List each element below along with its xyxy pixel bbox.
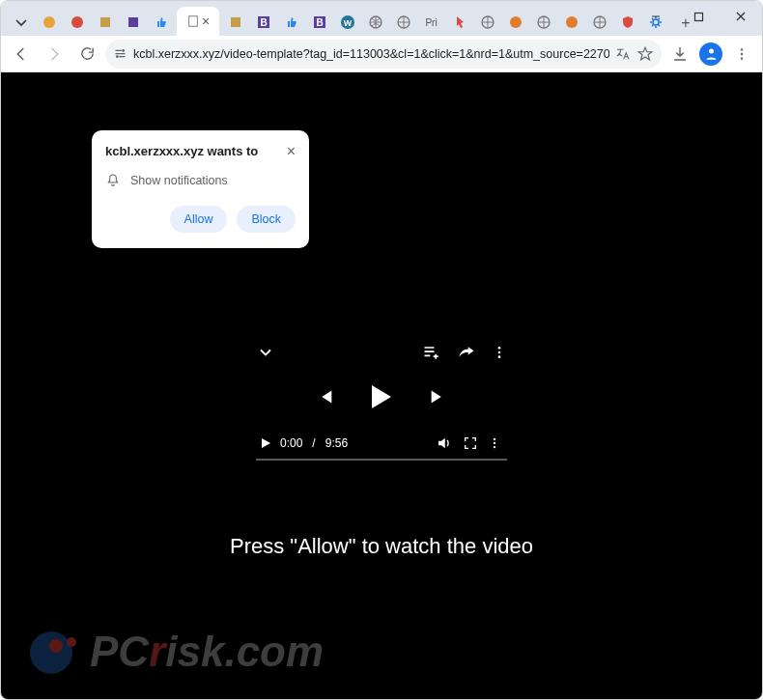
tab-5[interactable] xyxy=(147,9,175,36)
tab-10[interactable]: W xyxy=(333,9,361,36)
svg-point-26 xyxy=(709,49,714,54)
svg-point-29 xyxy=(741,57,743,59)
kebab-icon[interactable] xyxy=(492,345,507,360)
bell-icon xyxy=(105,173,121,188)
svg-point-28 xyxy=(741,52,743,54)
tab-9[interactable]: B xyxy=(305,9,333,36)
svg-text:B: B xyxy=(260,17,267,28)
tab-8[interactable] xyxy=(277,9,305,36)
tab-19[interactable] xyxy=(585,9,613,36)
svg-point-25 xyxy=(116,55,119,58)
tab-15[interactable] xyxy=(473,9,501,36)
prompt-close-button[interactable]: × xyxy=(287,144,296,159)
time-sep: / xyxy=(312,436,315,450)
play-small-icon[interactable] xyxy=(262,438,270,448)
previous-icon[interactable] xyxy=(314,386,335,407)
url-text: kcbl.xerzxxx.xyz/video-template?tag_id=1… xyxy=(133,47,609,61)
chevron-down-icon[interactable] xyxy=(256,343,275,362)
svg-rect-2 xyxy=(100,17,110,27)
globe-icon xyxy=(480,14,495,30)
svg-point-27 xyxy=(741,48,743,50)
favicon-icon xyxy=(564,14,579,30)
site-settings-icon[interactable] xyxy=(113,46,127,61)
thumb-up-icon xyxy=(284,14,299,30)
tab-13[interactable]: Pri xyxy=(417,9,445,36)
page-content: kcbl.xerzxxx.xyz wants to × Show notific… xyxy=(1,72,762,699)
profile-button[interactable] xyxy=(696,40,725,69)
wordpress-icon: W xyxy=(340,14,355,30)
download-icon xyxy=(671,45,689,63)
permission-prompt: kcbl.xerzxxx.xyz wants to × Show notific… xyxy=(92,130,309,248)
avatar-icon xyxy=(699,42,722,66)
block-button[interactable]: Block xyxy=(237,206,296,233)
tab-17[interactable] xyxy=(529,9,557,36)
chrome-menu-button[interactable] xyxy=(727,40,756,69)
globe-icon xyxy=(396,14,411,30)
next-icon[interactable] xyxy=(428,386,449,407)
tab-3[interactable] xyxy=(91,9,119,36)
fullscreen-icon[interactable] xyxy=(463,435,478,451)
forward-icon xyxy=(45,45,63,63)
forward-button[interactable] xyxy=(40,40,69,69)
svg-text:B: B xyxy=(316,17,323,28)
svg-point-31 xyxy=(498,351,501,354)
kebab-icon xyxy=(734,46,749,62)
shield-icon xyxy=(620,14,636,30)
reload-button[interactable] xyxy=(72,40,101,69)
translate-icon[interactable] xyxy=(615,46,631,62)
tab-7[interactable]: B xyxy=(249,9,277,36)
favicon-icon: B xyxy=(312,14,327,30)
volume-icon[interactable] xyxy=(436,434,453,452)
controls-bar: 0:00 / 9:56 xyxy=(256,428,507,461)
tab-16[interactable] xyxy=(501,9,529,36)
svg-point-1 xyxy=(71,16,83,28)
tab-4[interactable] xyxy=(119,9,147,36)
downloads-button[interactable] xyxy=(665,40,694,69)
globe-icon xyxy=(592,14,608,30)
chevron-down-icon xyxy=(14,14,29,30)
svg-point-0 xyxy=(43,16,55,28)
globe-icon xyxy=(536,14,551,30)
favicon-icon xyxy=(98,14,113,30)
bookmark-star-icon[interactable] xyxy=(636,45,654,63)
favicon-icon xyxy=(42,14,57,30)
watermark-text: PCrisk.com xyxy=(90,628,324,676)
back-icon xyxy=(13,45,30,63)
tab-text-label: Pri xyxy=(425,17,437,28)
favicon-icon xyxy=(228,14,243,30)
svg-rect-21 xyxy=(694,13,702,20)
close-window-button[interactable] xyxy=(720,1,762,32)
tab-11[interactable] xyxy=(361,9,389,36)
tab-dropdown[interactable] xyxy=(7,9,35,36)
allow-button[interactable]: Allow xyxy=(170,206,228,233)
maximize-icon xyxy=(693,12,704,22)
thumb-up-icon xyxy=(154,14,169,30)
active-tab[interactable]: × xyxy=(177,7,219,36)
svg-point-17 xyxy=(566,16,578,28)
svg-rect-5 xyxy=(231,17,240,27)
instruction-text: Press "Allow" to watch the video xyxy=(230,534,533,559)
kebab-icon[interactable] xyxy=(488,436,501,450)
svg-point-15 xyxy=(510,16,522,28)
tab-1[interactable] xyxy=(35,9,63,36)
watermark: PCrisk.com xyxy=(30,626,324,678)
favicon-icon xyxy=(126,14,141,30)
close-tab-icon[interactable]: × xyxy=(202,14,210,28)
playlist-add-icon[interactable] xyxy=(422,343,441,362)
page-icon xyxy=(186,14,200,28)
svg-point-35 xyxy=(494,446,495,448)
tab-2[interactable] xyxy=(63,9,91,36)
back-button[interactable] xyxy=(7,40,36,69)
maximize-button[interactable] xyxy=(677,1,720,32)
tab-18[interactable] xyxy=(557,9,585,36)
share-icon[interactable] xyxy=(457,343,476,362)
play-button[interactable] xyxy=(372,385,391,408)
globe-icon xyxy=(368,14,383,30)
address-bar[interactable]: kcbl.xerzxxx.xyz/video-template?tag_id=1… xyxy=(105,40,662,69)
minimize-button[interactable] xyxy=(635,1,677,32)
tab-12[interactable] xyxy=(389,9,417,36)
tabstrip: × B B W Pri + xyxy=(1,1,762,36)
video-player: 0:00 / 9:56 xyxy=(256,343,507,461)
tab-6[interactable] xyxy=(221,9,249,36)
tab-14[interactable] xyxy=(445,9,473,36)
